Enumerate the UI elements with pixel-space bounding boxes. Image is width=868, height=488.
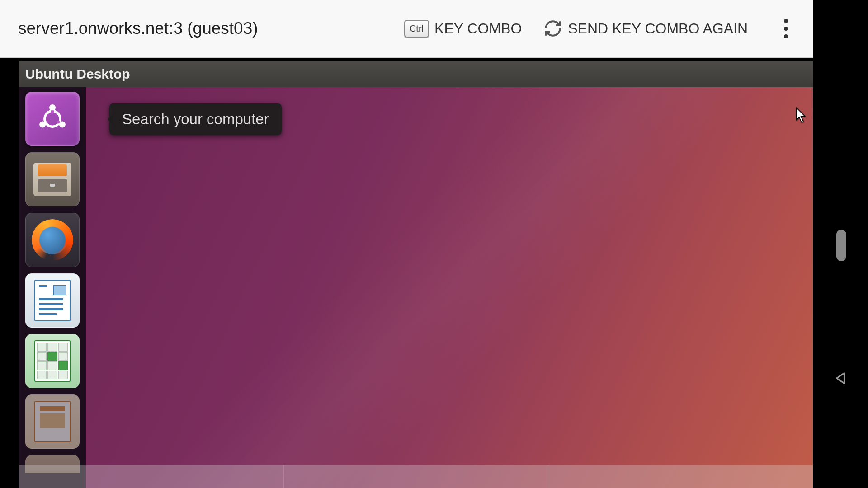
key-combo-label: KEY COMBO xyxy=(434,20,522,37)
dot-icon xyxy=(784,34,788,38)
title-bar[interactable]: Ubuntu Desktop xyxy=(19,61,813,87)
more-menu-button[interactable] xyxy=(777,16,795,41)
refresh-icon xyxy=(543,19,562,38)
scrollbar-thumb[interactable] xyxy=(836,230,846,261)
ubuntu-desktop-window: Ubuntu Desktop xyxy=(19,61,813,488)
launcher-firefox[interactable] xyxy=(25,213,80,267)
window-title: Ubuntu Desktop xyxy=(25,66,130,82)
spreadsheet-icon xyxy=(34,340,71,382)
android-back-button[interactable] xyxy=(833,371,848,386)
unity-launcher xyxy=(19,87,86,488)
launcher-files[interactable] xyxy=(25,152,80,206)
mouse-cursor-icon xyxy=(796,107,807,123)
triangle-back-icon xyxy=(833,371,848,386)
vnc-viewport[interactable]: Ubuntu Desktop xyxy=(0,59,813,488)
app-container: server1.onworks.net:3 (guest03) Ctrl KEY… xyxy=(0,0,813,488)
presentation-icon xyxy=(34,401,71,442)
touch-keyboard-overlay[interactable] xyxy=(19,465,813,488)
file-cabinet-icon xyxy=(33,163,71,196)
desktop-body: Search your computer xyxy=(19,87,813,488)
server-address-label: server1.onworks.net:3 (guest03) xyxy=(18,19,389,38)
launcher-libreoffice-impress[interactable] xyxy=(25,394,80,449)
launcher-libreoffice-writer[interactable] xyxy=(25,273,80,328)
svg-point-1 xyxy=(49,104,56,111)
svg-point-2 xyxy=(39,121,46,127)
app-toolbar: server1.onworks.net:3 (guest03) Ctrl KEY… xyxy=(0,0,813,58)
send-again-label: SEND KEY COMBO AGAIN xyxy=(568,20,748,37)
launcher-dash[interactable] xyxy=(25,92,80,146)
ubuntu-logo-icon xyxy=(35,101,70,136)
document-icon xyxy=(34,280,71,321)
key-combo-button[interactable]: Ctrl KEY COMBO xyxy=(398,16,528,41)
send-key-combo-again-button[interactable]: SEND KEY COMBO AGAIN xyxy=(537,15,754,42)
launcher-tooltip: Search your computer xyxy=(109,103,282,135)
desktop-wallpaper[interactable] xyxy=(86,87,813,488)
dot-icon xyxy=(784,27,788,31)
ctrl-key-icon: Ctrl xyxy=(404,20,429,38)
launcher-libreoffice-calc[interactable] xyxy=(25,334,80,388)
firefox-icon xyxy=(32,219,73,261)
device-right-bezel xyxy=(813,0,868,488)
dot-icon xyxy=(784,19,788,23)
